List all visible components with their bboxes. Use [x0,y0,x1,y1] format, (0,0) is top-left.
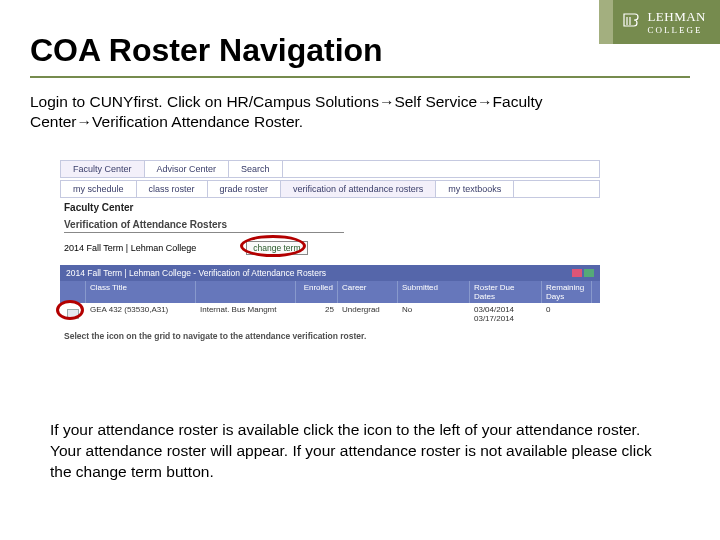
tab-verification-attendance[interactable]: verification of attendance rosters [281,181,436,197]
roster-icon[interactable] [67,309,79,319]
faculty-center-heading: Faculty Center [64,202,600,213]
term-label: 2014 Fall Term | Lehman College [64,243,196,253]
tab-faculty-center[interactable]: Faculty Center [61,161,145,177]
tab-search[interactable]: Search [229,161,283,177]
tab-row-top: Faculty Center Advisor Center Search [60,160,600,178]
brand-logo: LEHMAN COLLEGE [621,9,706,35]
subheading: Verification of Attendance Rosters [64,219,344,233]
brand-strip: LEHMAN COLLEGE [599,0,720,44]
tab-my-schedule[interactable]: my schedule [61,181,137,197]
grid-toolbar-icons[interactable] [572,269,594,277]
footer-instructions: If your attendance roster is available c… [50,420,660,483]
tab-grade-roster[interactable]: grade roster [208,181,282,197]
title-underline [30,76,690,78]
screenshot-region: Faculty Center Advisor Center Search my … [60,160,600,341]
grid-column-headers: Class Title Enrolled Career Submitted Ro… [60,281,600,303]
table-row: GEA 432 (53530,A31) Internat. Bus Mangmt… [60,303,600,325]
page-title: COA Roster Navigation [30,32,383,69]
tab-my-textbooks[interactable]: my textbooks [436,181,514,197]
brand-sub: COLLEGE [647,25,706,35]
tab-row-sub: my schedule class roster grade roster ve… [60,180,600,198]
tab-class-roster[interactable]: class roster [137,181,208,197]
intro-text: Login to CUNYfirst. Click on HR/Campus S… [30,92,670,132]
change-term-button[interactable]: change term [246,241,307,255]
grid-header-bar: 2014 Fall Term | Lehman College - Verifi… [60,265,600,281]
tab-advisor-center[interactable]: Advisor Center [145,161,230,177]
grid-hint: Select the icon on the grid to navigate … [64,331,600,341]
brand-name: LEHMAN [647,9,706,25]
